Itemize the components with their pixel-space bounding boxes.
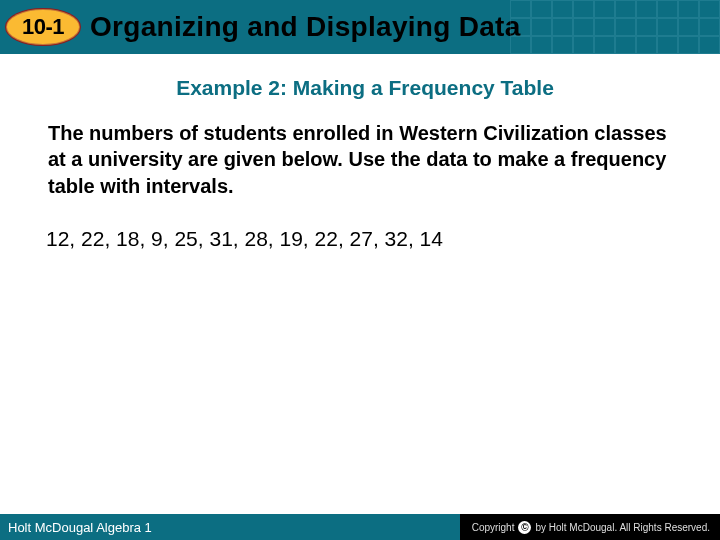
copyright-icon: © <box>518 521 531 534</box>
lesson-title: Organizing and Displaying Data <box>90 11 521 43</box>
content-area: Example 2: Making a Frequency Table The … <box>0 54 720 251</box>
footer-book-title: Holt McDougal Algebra 1 <box>0 520 152 535</box>
copyright-label: Copyright <box>472 522 515 533</box>
footer-bar: Holt McDougal Algebra 1 Copyright © by H… <box>0 514 720 540</box>
footer-copyright: Copyright © by Holt McDougal. All Rights… <box>460 514 720 540</box>
example-heading: Example 2: Making a Frequency Table <box>44 76 686 100</box>
header-bar: 10-1 Organizing and Displaying Data <box>0 0 720 54</box>
header-grid-decoration <box>510 0 720 54</box>
copyright-text: by Holt McDougal. All Rights Reserved. <box>535 522 710 533</box>
lesson-number: 10-1 <box>22 14 64 40</box>
data-values: 12, 22, 18, 9, 25, 31, 28, 19, 22, 27, 3… <box>44 227 686 251</box>
lesson-badge: 10-1 <box>4 7 82 47</box>
problem-text: The numbers of students enrolled in West… <box>44 120 686 199</box>
